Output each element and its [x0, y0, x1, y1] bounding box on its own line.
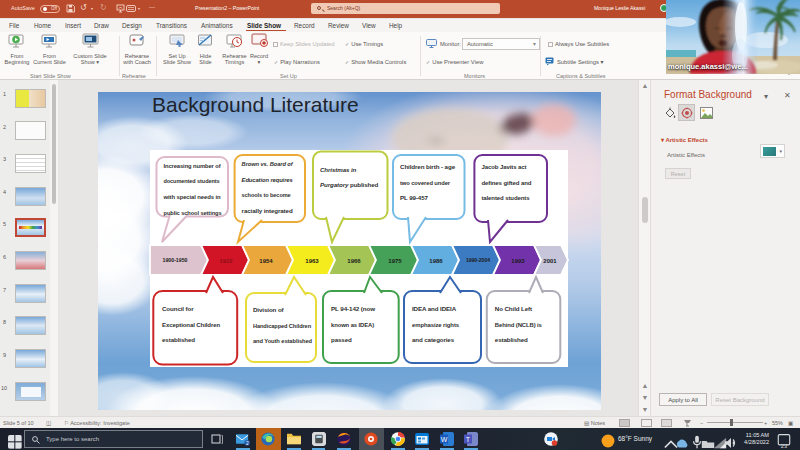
- svg-text:Council for: Council for: [162, 305, 194, 312]
- svg-text:Division of: Division of: [253, 306, 285, 313]
- svg-text:2: 2: [246, 441, 249, 446]
- svg-text:two covered under: two covered under: [400, 179, 451, 186]
- svg-text:passed: passed: [331, 336, 352, 343]
- svg-text:talented students: talented students: [481, 194, 530, 201]
- svg-text:Background Literature: Background Literature: [152, 93, 359, 116]
- svg-text:1975: 1975: [388, 258, 402, 264]
- svg-text:1990-2004: 1990-2004: [466, 257, 490, 263]
- svg-text:Purgatory published: Purgatory published: [320, 181, 379, 188]
- svg-text:1922: 1922: [219, 258, 233, 264]
- svg-text:and categories: and categories: [412, 336, 455, 343]
- svg-text:racially integrated: racially integrated: [242, 207, 293, 214]
- svg-text:1986: 1986: [429, 258, 443, 264]
- svg-text:PL 94-142 (now: PL 94-142 (now: [331, 305, 375, 312]
- svg-text:Increasing number of: Increasing number of: [164, 162, 222, 169]
- svg-text:Education requires: Education requires: [242, 176, 294, 183]
- svg-text:schools to become: schools to become: [242, 191, 292, 198]
- svg-text:Brown vs. Board of: Brown vs. Board of: [242, 160, 294, 167]
- svg-text:1900-1950: 1900-1950: [163, 257, 188, 263]
- svg-text:T: T: [466, 436, 471, 443]
- svg-text:IDEA and IDEIA: IDEA and IDEIA: [412, 305, 457, 312]
- svg-text:Christmas in: Christmas in: [320, 166, 357, 173]
- svg-text:2001: 2001: [543, 258, 557, 264]
- svg-text:emphasize rights: emphasize rights: [412, 321, 460, 328]
- svg-text:1963: 1963: [305, 258, 319, 264]
- svg-text:PL 99-457: PL 99-457: [400, 194, 429, 201]
- svg-text:and Youth established: and Youth established: [253, 337, 312, 344]
- svg-text:public school settings: public school settings: [164, 209, 223, 216]
- svg-text:defines gifted and: defines gifted and: [481, 179, 531, 186]
- svg-text:23: 23: [781, 443, 787, 448]
- svg-text:1954: 1954: [259, 258, 273, 264]
- svg-text:established: established: [495, 336, 528, 343]
- svg-text:W: W: [441, 436, 448, 443]
- svg-text:1966: 1966: [347, 258, 361, 264]
- svg-text:established: established: [162, 336, 195, 343]
- svg-text:Jacob Javits act: Jacob Javits act: [481, 163, 526, 170]
- svg-text:No Child Left: No Child Left: [495, 305, 532, 312]
- svg-text:1993: 1993: [511, 258, 525, 264]
- svg-text:Exceptional Children: Exceptional Children: [162, 321, 220, 328]
- svg-text:Behind (NCLB) is: Behind (NCLB) is: [495, 321, 543, 328]
- svg-text:documented students: documented students: [164, 177, 221, 184]
- svg-text:Children birth - age: Children birth - age: [400, 163, 456, 170]
- svg-text:Handicapped Children: Handicapped Children: [253, 322, 311, 329]
- svg-text:with special needs in: with special needs in: [163, 193, 221, 200]
- svg-text:known as IDEA): known as IDEA): [331, 321, 374, 328]
